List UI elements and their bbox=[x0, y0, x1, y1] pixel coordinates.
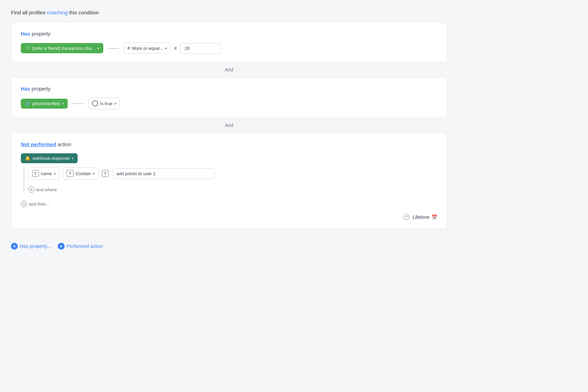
bool-selector[interactable]: Is true ▾ bbox=[88, 98, 120, 109]
section-title-2: Has property bbox=[21, 86, 437, 92]
filter-value-input[interactable] bbox=[112, 168, 215, 179]
has-property-label: Has property... bbox=[20, 243, 51, 249]
and-divider-1: And bbox=[11, 62, 447, 77]
bool-label: Is true bbox=[100, 101, 112, 106]
hash-icon-1: # bbox=[128, 45, 130, 51]
plus-blue-1: + bbox=[11, 243, 18, 250]
chevron-icon-1: ▾ bbox=[97, 46, 99, 50]
t-icon-1: T bbox=[32, 170, 39, 177]
and-label-1: And bbox=[225, 67, 233, 72]
property-selector-1-label: [refer a friend] transaction.cha... bbox=[32, 46, 95, 51]
property-label-2: property bbox=[30, 86, 51, 92]
t-icon-2: T bbox=[67, 170, 74, 177]
filter-field-label: name bbox=[41, 171, 52, 176]
and-where-button[interactable]: + and where bbox=[28, 186, 57, 193]
and-divider-2: And bbox=[11, 118, 447, 133]
plus-circle-icon: + bbox=[28, 186, 35, 193]
and-then-button[interactable]: + and then... bbox=[21, 201, 50, 207]
property-label-1: property bbox=[30, 31, 51, 37]
section-title-3: Not performed action bbox=[21, 141, 437, 147]
header-prefix: Find all profiles bbox=[11, 10, 47, 15]
plus-circle-and-then: + bbox=[21, 201, 27, 207]
filter-field-selector[interactable]: T name ▾ bbox=[28, 167, 60, 180]
property-selector-2-label: phoneVerified bbox=[32, 101, 60, 106]
has-label-2: Has bbox=[21, 86, 30, 92]
condition-card-3: Not performed action 🔔 webhook.response … bbox=[11, 133, 447, 229]
t-icon-3: T bbox=[102, 170, 109, 177]
property-icon-1: ⓘ bbox=[25, 45, 30, 51]
action-selector[interactable]: 🔔 webhook.response ▾ bbox=[21, 153, 78, 163]
chevron-icon-2: ▾ bbox=[62, 102, 64, 106]
chevron-icon-op: ▾ bbox=[93, 172, 95, 176]
action-label-3: action bbox=[56, 141, 71, 147]
hash-icon-2: # bbox=[174, 45, 177, 51]
performed-action-label: Performed action . bbox=[67, 243, 106, 249]
chevron-icon-field: ▾ bbox=[54, 172, 56, 176]
condition-row-2: 🔗 phoneVerified ▾ —— Is true ▾ bbox=[21, 98, 437, 109]
has-label-1: Has bbox=[21, 31, 30, 37]
calendar-icon: 📅 bbox=[431, 214, 437, 220]
section-title-1: Has property bbox=[21, 31, 437, 37]
action-selector-label: webhook.response bbox=[32, 156, 70, 161]
lifetime-label: Lifetime bbox=[413, 214, 429, 220]
chevron-icon-op-1: ▾ bbox=[165, 46, 167, 50]
and-then-label: and then... bbox=[29, 201, 50, 207]
property-selector-2[interactable]: 🔗 phoneVerified ▾ bbox=[21, 99, 68, 109]
dash-2: —— bbox=[72, 100, 83, 107]
lifetime-button[interactable]: Lifetime 📅 bbox=[413, 214, 437, 220]
bool-icon bbox=[92, 100, 98, 107]
chevron-icon-3: ▾ bbox=[72, 156, 74, 160]
performed-action-button[interactable]: + Performed action . bbox=[58, 243, 106, 250]
dash-1: —— bbox=[108, 45, 119, 51]
and-label-2: And bbox=[225, 123, 233, 128]
and-then-row: + and then... bbox=[21, 201, 437, 207]
filter-row: T name ▾ T Contain ▾ T bbox=[28, 167, 215, 180]
condition-card-2: Has property 🔗 phoneVerified ▾ —— Is tru… bbox=[11, 77, 447, 118]
chevron-icon-bool: ▾ bbox=[115, 102, 116, 106]
filter-op-selector[interactable]: T Contain ▾ bbox=[63, 167, 98, 180]
lifetime-row: 🕐 Lifetime 📅 bbox=[21, 214, 437, 220]
plus-blue-2: + bbox=[58, 243, 65, 250]
and-where-row: + and where bbox=[28, 186, 215, 193]
operator-label-1: More or equal... bbox=[132, 46, 163, 51]
property-selector-1[interactable]: ⓘ [refer a friend] transaction.cha... ▾ bbox=[21, 43, 103, 53]
not-performed-label: Not performed bbox=[21, 141, 56, 147]
page-header: Find all profiles matching this conditio… bbox=[11, 10, 447, 15]
condition-card-1: Has property ⓘ [refer a friend] transact… bbox=[11, 22, 447, 62]
condition-row-1: ⓘ [refer a friend] transaction.cha... ▾ … bbox=[21, 43, 437, 54]
phone-icon: 🔗 bbox=[25, 101, 30, 106]
has-property-button[interactable]: + Has property... bbox=[11, 243, 51, 250]
clock-icon: 🕐 bbox=[403, 214, 410, 220]
header-highlight: matching bbox=[47, 10, 68, 15]
condition-row-3: 🔔 webhook.response ▾ bbox=[21, 153, 437, 163]
operator-selector-1[interactable]: # More or equal... ▾ bbox=[124, 43, 171, 54]
webhook-icon: 🔔 bbox=[25, 156, 30, 161]
filter-op-label: Contain bbox=[76, 171, 91, 176]
and-where-label: and where bbox=[36, 187, 57, 192]
bottom-actions: + Has property... + Performed action . bbox=[11, 237, 447, 250]
value-input-1[interactable] bbox=[180, 43, 221, 54]
header-suffix: this condition bbox=[68, 10, 99, 15]
